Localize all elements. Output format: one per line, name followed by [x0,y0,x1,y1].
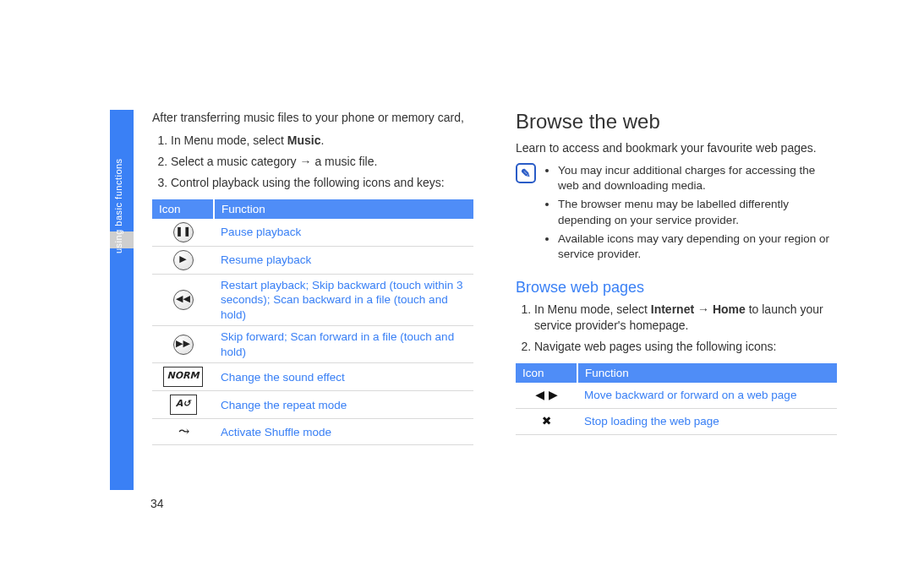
skip-forward-icon: ▶▶ [173,335,194,355]
manual-page: using basic functions After transferring… [0,0,913,588]
content-columns: After transferring music files to your p… [152,110,862,445]
left-intro: After transferring music files to your p… [152,110,473,126]
nav-arrows-icon: ◀ ▶ [535,386,557,405]
note-item: You may incur additional charges for acc… [558,163,837,193]
th-icon: Icon [516,363,577,383]
left-column: After transferring music files to your p… [152,110,473,445]
right-intro: Learn to access and bookmark your favour… [516,140,837,156]
table-header-row: Icon Function [152,199,473,219]
note-icon: ✎ [516,163,536,183]
table-row: ◀◀ Restart playback; Skip backward (touc… [152,274,473,326]
left-step-3: Control playback using the following ico… [171,175,473,191]
heading-browse-pages: Browse web pages [516,279,837,297]
table-row: A↺ Change the repeat mode [152,391,473,419]
pause-icon: ❚❚ [173,222,194,242]
right-step-2: Navigate web pages using the following i… [534,339,837,355]
note-block: ✎ You may incur additional charges for a… [516,163,837,265]
note-item: The browser menu may be labelled differe… [558,197,837,227]
table-row: ▶▶ Skip forward; Scan forward in a file … [152,326,473,363]
table-row: ❚❚ Pause playback [152,219,473,247]
func-text: Move backward or forward on a web page [577,383,837,409]
heading-browse-web: Browse the web [516,110,837,133]
table-row: ▶ Resume playback [152,246,473,274]
play-icon: ▶ [173,250,194,270]
left-step-2: Select a music category → a music file. [171,154,473,170]
func-text: Change the repeat mode [214,391,473,419]
shuffle-icon: ⤳ [178,422,188,441]
th-function: Function [577,363,837,383]
func-text: Activate Shuffle mode [214,419,473,445]
table-row: NORM Change the sound effect [152,363,473,391]
sound-effect-icon: NORM [163,367,204,387]
th-icon: Icon [152,199,214,219]
right-step-1: In Menu mode, select Internet → Home to … [534,302,837,334]
note-list: You may incur additional charges for acc… [544,163,837,265]
left-steps: In Menu mode, select Music. Select a mus… [152,133,473,191]
func-text: Restart playback; Skip backward (touch w… [214,274,473,326]
side-section-label: using basic functions [113,158,123,253]
func-text: Stop loading the web page [577,408,837,434]
table-row: ⤳ Activate Shuffle mode [152,419,473,445]
table-row: ◀ ▶ Move backward or forward on a web pa… [516,383,837,409]
th-function: Function [214,199,473,219]
func-text: Change the sound effect [214,363,473,391]
repeat-mode-icon: A↺ [170,395,197,415]
right-steps: In Menu mode, select Internet → Home to … [516,302,837,355]
func-text: Skip forward; Scan forward in a file (to… [214,326,473,363]
func-text: Resume playback [214,246,473,274]
page-number: 34 [150,497,164,510]
func-text: Pause playback [214,219,473,247]
right-column: Browse the web Learn to access and bookm… [516,110,837,445]
music-icon-table: Icon Function ❚❚ Pause playback ▶ Resume… [152,199,473,446]
stop-icon: ✖ [538,412,556,431]
skip-back-icon: ◀◀ [173,290,194,310]
note-item: Available icons may vary depending on yo… [558,231,837,262]
table-row: ✖ Stop loading the web page [516,408,837,434]
table-header-row: Icon Function [516,363,837,383]
left-step-1: In Menu mode, select Music. [171,133,473,149]
web-icon-table: Icon Function ◀ ▶ Move backward or forwa… [516,363,837,435]
